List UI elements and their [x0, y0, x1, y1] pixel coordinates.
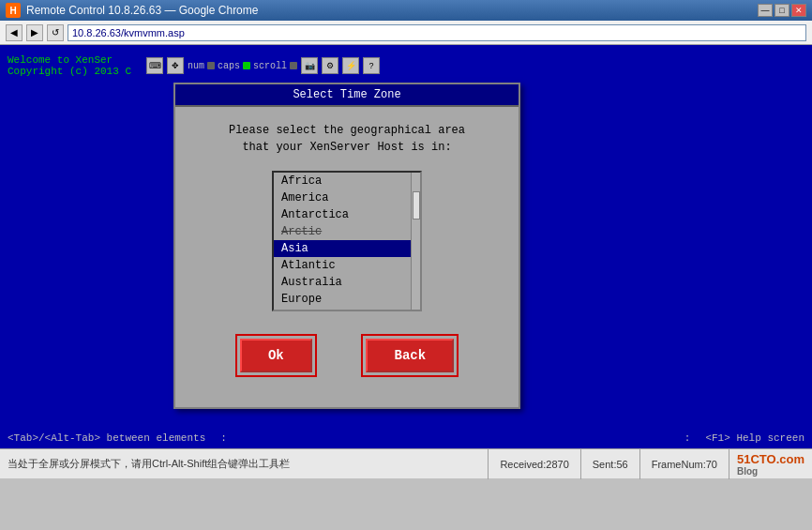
- ok-button-wrapper: Ok: [235, 334, 317, 377]
- window-controls: — □ ✕: [758, 4, 806, 17]
- window-icon: H: [6, 3, 21, 18]
- num-label: num: [188, 61, 204, 71]
- footer-logo: 51CTO.com Blog: [729, 452, 812, 477]
- frame-stat: FrameNum:70: [640, 449, 729, 479]
- back-button[interactable]: Back: [366, 339, 454, 372]
- back-nav-button[interactable]: ◀: [6, 24, 23, 41]
- hint-sep2: :: [684, 432, 691, 444]
- scroll-label: scroll: [253, 61, 287, 71]
- forward-nav-button[interactable]: ▶: [26, 24, 43, 41]
- list-item-arctic[interactable]: Arctic: [274, 223, 420, 240]
- scroll-indicator: [290, 62, 297, 69]
- settings-icon[interactable]: ⚙: [322, 57, 338, 74]
- list-item-atlantic[interactable]: Atlantic: [274, 257, 420, 274]
- address-bar: ◀ ▶ ↺: [0, 21, 812, 45]
- power-icon[interactable]: ⚡: [342, 57, 359, 74]
- remote-hint-bar: <Tab>/<Alt-Tab> between elements : : <F1…: [0, 428, 812, 448]
- help-icon[interactable]: ?: [363, 57, 380, 74]
- list-item-australia[interactable]: Australia: [274, 274, 420, 291]
- footer-stats: Received:2870 Sent:56 FrameNum:70: [488, 449, 729, 479]
- title-bar: H Remote Control 10.8.26.63 — Google Chr…: [0, 0, 812, 21]
- dialog-buttons: Ok Back: [194, 326, 500, 392]
- timezone-dialog: Select Time Zone Please select the geogr…: [173, 83, 520, 409]
- dialog-body: Please select the geographical area that…: [175, 107, 519, 407]
- timezone-listbox-container[interactable]: Africa America Antarctica Arctic Asia At…: [272, 171, 422, 311]
- address-input[interactable]: [68, 24, 806, 41]
- list-item[interactable]: America: [274, 189, 420, 206]
- back-button-wrapper: Back: [361, 334, 459, 377]
- welcome-text: Welcome to XenSer Copyright (c) 2013 C: [8, 54, 131, 77]
- hint-sep1: :: [220, 432, 227, 444]
- reload-button[interactable]: ↺: [47, 24, 64, 41]
- minimize-button[interactable]: —: [758, 4, 773, 17]
- window-title: Remote Control 10.8.26.63 — Google Chrom…: [26, 4, 752, 17]
- footer-info: 当处于全屏或分屏模式下，请用Ctrl-Alt-Shift组合键弹出工具栏: [0, 457, 488, 471]
- caps-label: caps: [218, 61, 240, 71]
- remote-area: Welcome to XenSer Copyright (c) 2013 C ⌨…: [0, 45, 812, 448]
- num-indicator: [207, 62, 215, 69]
- list-item[interactable]: Africa: [274, 173, 420, 189]
- remote-topbar: Welcome to XenSer Copyright (c) 2013 C ⌨…: [8, 53, 804, 79]
- footer-bar: 当处于全屏或分屏模式下，请用Ctrl-Alt-Shift组合键弹出工具栏 Rec…: [0, 448, 812, 478]
- toolbar-icons: ⌨ ✥ num caps scroll 📷 ⚙ ⚡ ?: [146, 57, 380, 74]
- blog-text: Blog: [737, 466, 804, 477]
- list-item[interactable]: Antarctica: [274, 206, 420, 223]
- dialog-description: Please select the geographical area that…: [194, 122, 500, 156]
- move-icon[interactable]: ✥: [167, 57, 184, 74]
- list-item-europe[interactable]: Europe: [274, 291, 420, 308]
- received-stat: Received:2870: [489, 449, 580, 479]
- listbox-scrollbar[interactable]: [411, 173, 420, 310]
- ok-button[interactable]: Ok: [240, 339, 312, 372]
- scrollbar-thumb[interactable]: [413, 191, 420, 220]
- logo-text: 51CTO.com: [737, 452, 804, 466]
- screenshot-icon[interactable]: 📷: [301, 57, 318, 74]
- maximize-button[interactable]: □: [774, 4, 789, 17]
- sent-stat: Sent:56: [581, 449, 640, 479]
- caps-indicator: [243, 62, 250, 69]
- dialog-title: Select Time Zone: [175, 84, 519, 107]
- list-item-asia[interactable]: Asia: [274, 240, 420, 257]
- hint-right: <F1> Help screen: [705, 432, 804, 444]
- close-button[interactable]: ✕: [791, 4, 806, 17]
- hint-left: <Tab>/<Alt-Tab> between elements: [8, 432, 205, 444]
- timezone-listbox[interactable]: Africa America Antarctica Arctic Asia At…: [274, 173, 420, 308]
- indicator-group: num caps scroll: [188, 61, 297, 71]
- keyboard-icon[interactable]: ⌨: [146, 57, 163, 74]
